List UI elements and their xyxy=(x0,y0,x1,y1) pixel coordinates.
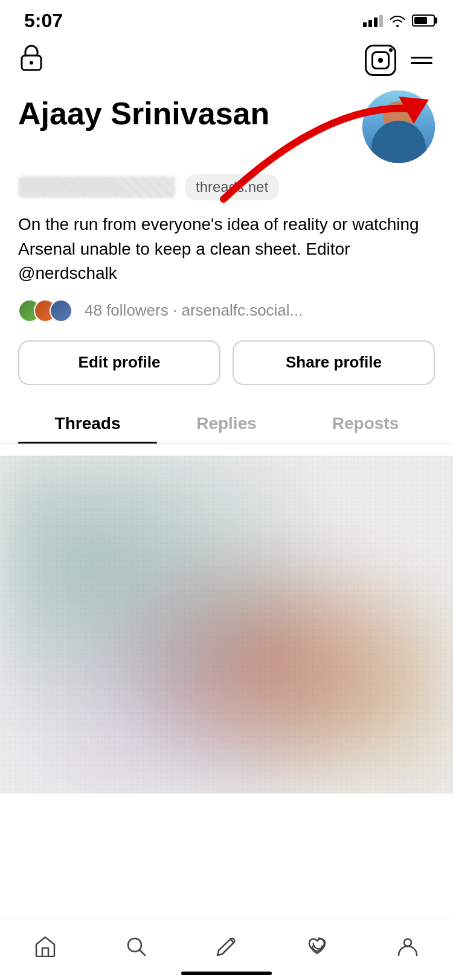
svg-rect-3 xyxy=(0,456,453,794)
nav-activity[interactable] xyxy=(299,928,335,964)
instagram-icon[interactable] xyxy=(365,45,396,76)
edit-profile-button[interactable]: Edit profile xyxy=(18,340,220,385)
status-icons xyxy=(363,14,435,27)
share-profile-button[interactable]: Share profile xyxy=(233,340,435,385)
tab-replies[interactable]: Replies xyxy=(157,403,296,443)
tab-reposts[interactable]: Reposts xyxy=(296,403,435,443)
top-nav-right xyxy=(365,45,435,76)
nav-home[interactable] xyxy=(27,928,63,964)
profile-name: Ajaay Srinivasan xyxy=(18,97,269,131)
battery-icon xyxy=(412,14,435,27)
nav-profile[interactable] xyxy=(390,928,426,964)
lock-icon[interactable] xyxy=(18,42,45,78)
bottom-nav xyxy=(0,920,453,980)
follower-avatars xyxy=(18,299,65,322)
nav-compose[interactable] xyxy=(208,928,245,964)
menu-icon[interactable] xyxy=(408,54,435,66)
profile-avatar xyxy=(362,91,435,163)
followers-text[interactable]: 48 followers · arsenalfс.social... xyxy=(85,301,303,320)
blurred-post-content xyxy=(0,456,453,794)
top-nav xyxy=(0,36,453,84)
content-area xyxy=(0,456,453,794)
status-bar: 5:07 xyxy=(0,0,453,36)
profile-bio: On the run from everyone's idea of reali… xyxy=(18,212,435,286)
svg-line-5 xyxy=(140,950,146,955)
threads-badge: threads.net xyxy=(185,174,279,200)
status-time: 5:07 xyxy=(24,10,63,32)
signal-icon xyxy=(363,14,383,27)
svg-point-7 xyxy=(404,939,411,946)
wifi-icon xyxy=(389,14,406,27)
profile-header: Ajaay Srinivasan xyxy=(18,91,435,163)
tabs-row: Threads Replies Reposts xyxy=(0,403,453,444)
action-buttons: Edit profile Share profile xyxy=(18,340,435,385)
home-indicator xyxy=(181,972,272,975)
nav-search[interactable] xyxy=(118,928,154,964)
followers-row: 48 followers · arsenalfс.social... xyxy=(18,299,435,322)
follower-avatar-3 xyxy=(50,299,72,322)
svg-point-1 xyxy=(30,61,33,65)
username-row: threads.net xyxy=(18,174,435,200)
username-blur xyxy=(18,176,175,198)
profile-section: Ajaay Srinivasan threads.net On the run … xyxy=(0,84,453,456)
tab-threads[interactable]: Threads xyxy=(18,403,157,443)
